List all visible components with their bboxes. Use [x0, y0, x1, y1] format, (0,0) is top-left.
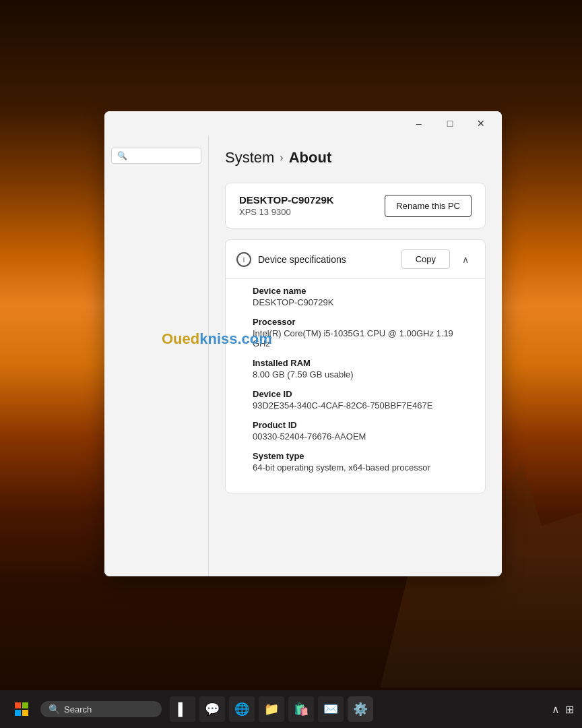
- sidebar: 🔍: [104, 135, 209, 576]
- spec-label-processor: Processor: [253, 317, 472, 327]
- chevron-up-icon[interactable]: ∧: [552, 703, 560, 716]
- taskbar-search-icon: 🔍: [48, 704, 60, 715]
- breadcrumb-system[interactable]: System: [225, 149, 274, 166]
- spec-row-system-type: System type 64-bit operating system, x64…: [253, 451, 472, 473]
- spec-value-product-id: 00330-52404-76676-AAOEM: [253, 431, 472, 442]
- breadcrumb: System › About: [225, 149, 486, 166]
- specs-header: i Device specifications Copy ∧: [226, 240, 485, 279]
- close-button[interactable]: ✕: [465, 113, 496, 134]
- taskbar-icon-mail[interactable]: ✉️: [318, 696, 344, 722]
- search-icon: 🔍: [117, 151, 127, 160]
- spec-row-processor: Processor Intel(R) Core(TM) i5-1035G1 CP…: [253, 317, 472, 348]
- svg-rect-1: [22, 702, 28, 708]
- spec-label-device-id: Device ID: [253, 389, 472, 399]
- taskbar-icon-teams[interactable]: 💬: [199, 696, 225, 722]
- svg-rect-0: [15, 702, 21, 708]
- taskbar-right: ∧ ⊞: [552, 703, 574, 716]
- main-content: System › About DESKTOP-C90729K XPS 13 93…: [209, 135, 502, 576]
- taskbar-search-text: Search: [64, 704, 92, 715]
- device-specs-section: i Device specifications Copy ∧ Device na…: [225, 239, 486, 493]
- spec-row-product-id: Product ID 00330-52404-76676-AAOEM: [253, 420, 472, 442]
- svg-rect-2: [15, 710, 21, 716]
- windows-logo-icon: [14, 702, 29, 717]
- pc-name: DESKTOP-C90729K: [239, 194, 334, 206]
- rename-pc-button[interactable]: Rename this PC: [385, 195, 472, 217]
- taskbar-icon-terminal[interactable]: ▌: [170, 696, 195, 722]
- svg-rect-3: [22, 710, 28, 716]
- expand-button[interactable]: ∧: [457, 251, 474, 268]
- spec-value-device-id: 93D2E354-340C-4CAF-82C6-750BBF7E467E: [253, 400, 472, 411]
- spec-value-ram: 8.00 GB (7.59 GB usable): [253, 369, 472, 380]
- taskbar-icons: ▌ 💬 🌐 📁 🛍️ ✉️ ⚙️: [170, 696, 373, 722]
- spec-label-system-type: System type: [253, 451, 472, 461]
- search-box[interactable]: 🔍: [111, 148, 201, 164]
- copy-button[interactable]: Copy: [401, 249, 450, 269]
- minimize-button[interactable]: –: [403, 113, 434, 134]
- pc-model: XPS 13 9300: [239, 207, 334, 217]
- spec-label-ram: Installed RAM: [253, 358, 472, 368]
- maximize-button[interactable]: □: [434, 113, 465, 134]
- breadcrumb-about: About: [289, 149, 332, 166]
- pc-card: DESKTOP-C90729K XPS 13 9300 Rename this …: [225, 183, 486, 229]
- taskbar-icon-files[interactable]: 📁: [259, 696, 284, 722]
- spec-row-ram: Installed RAM 8.00 GB (7.59 GB usable): [253, 358, 472, 380]
- title-bar: – □ ✕: [104, 111, 502, 135]
- taskbar-icon-settings[interactable]: ⚙️: [348, 696, 373, 722]
- window-content: 🔍 System › About DESKTOP-C90729K XPS 13 …: [104, 135, 502, 576]
- breadcrumb-chevron-icon: ›: [280, 152, 283, 164]
- spec-value-system-type: 64-bit operating system, x64-based proce…: [253, 462, 472, 473]
- spec-value-processor: Intel(R) Core(TM) i5-1035G1 CPU @ 1.00GH…: [253, 328, 472, 348]
- spec-row-device-id: Device ID 93D2E354-340C-4CAF-82C6-750BBF…: [253, 389, 472, 411]
- pc-info: DESKTOP-C90729K XPS 13 9300: [239, 194, 334, 217]
- spec-value-device-name: DESKTOP-C90729K: [253, 297, 472, 307]
- specs-body: Device name DESKTOP-C90729K Processor In…: [226, 279, 485, 493]
- settings-window: – □ ✕ 🔍 System › About DESKTOP-C90729K: [104, 111, 502, 576]
- taskbar-search[interactable]: 🔍 Search: [40, 701, 162, 717]
- taskbar-icon-store[interactable]: 🛍️: [288, 696, 314, 722]
- specs-title: Device specifications: [258, 254, 395, 265]
- taskbar-icon-edge[interactable]: 🌐: [229, 696, 255, 722]
- keyboard-icon[interactable]: ⊞: [565, 703, 574, 716]
- spec-row-device-name: Device name DESKTOP-C90729K: [253, 286, 472, 307]
- info-icon: i: [236, 252, 251, 267]
- spec-label-product-id: Product ID: [253, 420, 472, 430]
- spec-label-device-name: Device name: [253, 286, 472, 296]
- taskbar: 🔍 Search ▌ 💬 🌐 📁 🛍️ ✉️ ⚙️ ∧ ⊞: [0, 690, 582, 728]
- start-button[interactable]: [8, 696, 35, 723]
